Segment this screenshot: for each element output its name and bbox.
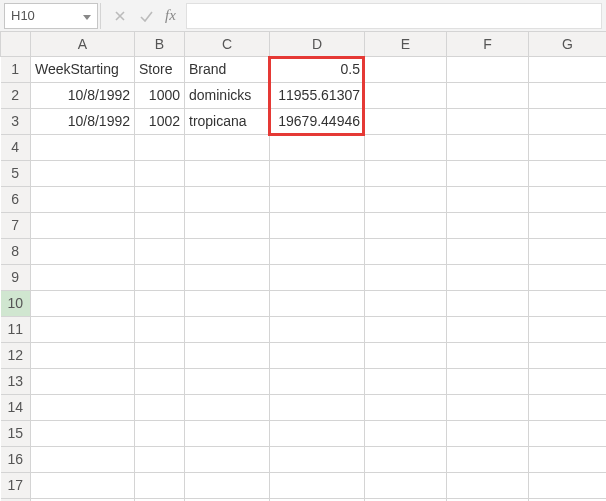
cell-E2[interactable]	[365, 82, 447, 108]
column-header-G[interactable]: G	[529, 32, 607, 56]
cell-A13[interactable]	[31, 368, 135, 394]
cell-C17[interactable]	[185, 472, 270, 498]
cell-D5[interactable]	[270, 160, 365, 186]
cell-C3[interactable]: tropicana	[185, 108, 270, 134]
cell-D6[interactable]	[270, 186, 365, 212]
cell-G14[interactable]	[529, 394, 607, 420]
row-header-2[interactable]: 2	[1, 82, 31, 108]
cell-E3[interactable]	[365, 108, 447, 134]
cell-C12[interactable]	[185, 342, 270, 368]
column-header-C[interactable]: C	[185, 32, 270, 56]
cell-F1[interactable]	[447, 56, 529, 82]
cell-E13[interactable]	[365, 368, 447, 394]
cell-C11[interactable]	[185, 316, 270, 342]
cell-C13[interactable]	[185, 368, 270, 394]
cell-C15[interactable]	[185, 420, 270, 446]
cell-A5[interactable]	[31, 160, 135, 186]
row-header-11[interactable]: 11	[1, 316, 31, 342]
cell-E17[interactable]	[365, 472, 447, 498]
cell-F6[interactable]	[447, 186, 529, 212]
cell-A4[interactable]	[31, 134, 135, 160]
cell-G12[interactable]	[529, 342, 607, 368]
cell-C9[interactable]	[185, 264, 270, 290]
cell-A1[interactable]: WeekStarting	[31, 56, 135, 82]
cell-E14[interactable]	[365, 394, 447, 420]
cell-B7[interactable]	[135, 212, 185, 238]
cell-B16[interactable]	[135, 446, 185, 472]
row-header-10[interactable]: 10	[1, 290, 31, 316]
row-header-6[interactable]: 6	[1, 186, 31, 212]
cell-F17[interactable]	[447, 472, 529, 498]
cell-D14[interactable]	[270, 394, 365, 420]
cell-A6[interactable]	[31, 186, 135, 212]
cell-A7[interactable]	[31, 212, 135, 238]
cell-C6[interactable]	[185, 186, 270, 212]
cell-E8[interactable]	[365, 238, 447, 264]
dropdown-icon[interactable]	[83, 8, 91, 23]
row-header-17[interactable]: 17	[1, 472, 31, 498]
cell-F3[interactable]	[447, 108, 529, 134]
row-header-4[interactable]: 4	[1, 134, 31, 160]
cell-E6[interactable]	[365, 186, 447, 212]
cell-F12[interactable]	[447, 342, 529, 368]
cell-D3[interactable]: 19679.44946	[270, 108, 365, 134]
cell-G7[interactable]	[529, 212, 607, 238]
select-all-corner[interactable]	[1, 32, 31, 56]
cell-B12[interactable]	[135, 342, 185, 368]
row-header-9[interactable]: 9	[1, 264, 31, 290]
cell-F11[interactable]	[447, 316, 529, 342]
cell-E16[interactable]	[365, 446, 447, 472]
cell-E4[interactable]	[365, 134, 447, 160]
cell-B10[interactable]	[135, 290, 185, 316]
formula-input[interactable]	[186, 3, 602, 29]
cell-B13[interactable]	[135, 368, 185, 394]
cell-B15[interactable]	[135, 420, 185, 446]
row-header-14[interactable]: 14	[1, 394, 31, 420]
column-header-F[interactable]: F	[447, 32, 529, 56]
cell-D1[interactable]: 0.5	[270, 56, 365, 82]
cell-B17[interactable]	[135, 472, 185, 498]
cell-G16[interactable]	[529, 446, 607, 472]
cell-D17[interactable]	[270, 472, 365, 498]
cell-G1[interactable]	[529, 56, 607, 82]
cell-G3[interactable]	[529, 108, 607, 134]
cell-A10[interactable]	[31, 290, 135, 316]
cell-G4[interactable]	[529, 134, 607, 160]
cell-A11[interactable]	[31, 316, 135, 342]
cell-A17[interactable]	[31, 472, 135, 498]
cell-F4[interactable]	[447, 134, 529, 160]
cell-E15[interactable]	[365, 420, 447, 446]
cell-G13[interactable]	[529, 368, 607, 394]
cell-F9[interactable]	[447, 264, 529, 290]
cell-F2[interactable]	[447, 82, 529, 108]
fx-icon[interactable]: fx	[159, 7, 182, 24]
cell-F5[interactable]	[447, 160, 529, 186]
cell-A15[interactable]	[31, 420, 135, 446]
row-header-12[interactable]: 12	[1, 342, 31, 368]
cell-A2[interactable]: 10/8/1992	[31, 82, 135, 108]
cell-B5[interactable]	[135, 160, 185, 186]
cell-D9[interactable]	[270, 264, 365, 290]
row-header-3[interactable]: 3	[1, 108, 31, 134]
row-header-7[interactable]: 7	[1, 212, 31, 238]
row-header-16[interactable]: 16	[1, 446, 31, 472]
name-box[interactable]: H10	[4, 3, 98, 29]
cell-A3[interactable]: 10/8/1992	[31, 108, 135, 134]
cell-E12[interactable]	[365, 342, 447, 368]
cell-E10[interactable]	[365, 290, 447, 316]
cell-E9[interactable]	[365, 264, 447, 290]
cell-A16[interactable]	[31, 446, 135, 472]
spreadsheet-grid[interactable]: ABCDEFG 1WeekStartingStoreBrand0.5210/8/…	[0, 32, 606, 501]
row-header-8[interactable]: 8	[1, 238, 31, 264]
cell-C8[interactable]	[185, 238, 270, 264]
cell-C7[interactable]	[185, 212, 270, 238]
cell-F14[interactable]	[447, 394, 529, 420]
cell-G15[interactable]	[529, 420, 607, 446]
cell-D7[interactable]	[270, 212, 365, 238]
cell-C2[interactable]: dominicks	[185, 82, 270, 108]
cell-A12[interactable]	[31, 342, 135, 368]
cell-B11[interactable]	[135, 316, 185, 342]
cell-A14[interactable]	[31, 394, 135, 420]
cell-A9[interactable]	[31, 264, 135, 290]
column-header-B[interactable]: B	[135, 32, 185, 56]
